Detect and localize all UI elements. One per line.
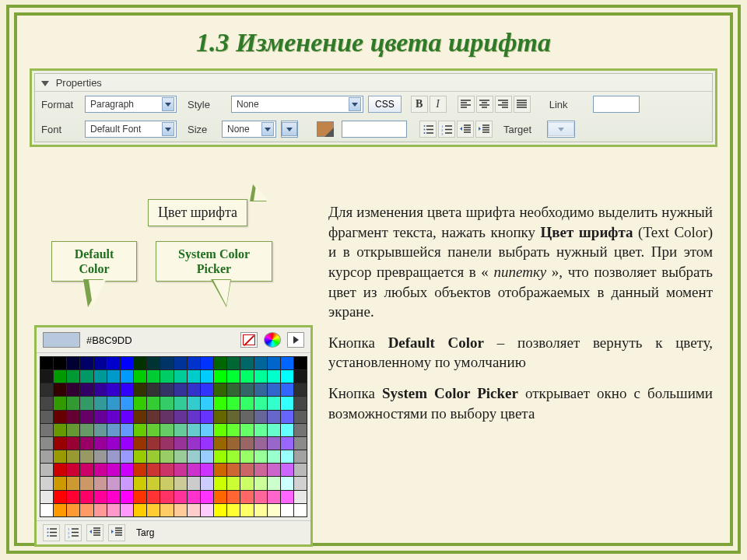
- color-swatch[interactable]: [160, 504, 173, 516]
- color-swatch[interactable]: [40, 464, 53, 476]
- style-combo[interactable]: None: [231, 96, 363, 113]
- color-swatch[interactable]: [94, 424, 107, 436]
- color-swatch[interactable]: [94, 464, 107, 476]
- color-swatch[interactable]: [294, 424, 307, 436]
- system-color-picker-button[interactable]: [264, 332, 281, 348]
- color-swatch[interactable]: [174, 437, 187, 450]
- color-swatch[interactable]: [147, 437, 160, 450]
- color-swatch[interactable]: [254, 383, 267, 396]
- color-swatch[interactable]: [201, 411, 213, 423]
- color-swatch[interactable]: [214, 450, 226, 463]
- color-swatch[interactable]: [67, 491, 79, 503]
- color-swatch[interactable]: [67, 397, 79, 409]
- css-button[interactable]: CSS: [368, 96, 402, 113]
- color-swatch[interactable]: [268, 411, 280, 423]
- color-swatch[interactable]: [201, 437, 213, 450]
- color-swatch[interactable]: [54, 383, 66, 396]
- color-swatch[interactable]: [268, 450, 280, 463]
- color-swatch[interactable]: [67, 504, 79, 516]
- color-swatch[interactable]: [107, 504, 120, 516]
- color-swatch[interactable]: [201, 504, 213, 516]
- color-swatch[interactable]: [240, 357, 253, 369]
- color-swatch[interactable]: [40, 411, 53, 423]
- format-combo[interactable]: Paragraph: [85, 96, 177, 113]
- color-swatch[interactable]: [160, 450, 173, 463]
- color-swatch[interactable]: [268, 464, 280, 476]
- color-swatch[interactable]: [268, 491, 280, 503]
- color-swatch[interactable]: [188, 383, 200, 396]
- color-swatch[interactable]: [240, 464, 253, 476]
- color-swatch[interactable]: [188, 370, 200, 383]
- color-swatch[interactable]: [160, 437, 173, 450]
- color-swatch[interactable]: [54, 424, 66, 436]
- color-swatch[interactable]: [67, 370, 79, 383]
- list-ol-button[interactable]: 123: [438, 121, 455, 138]
- list-ul-button[interactable]: [419, 121, 437, 138]
- color-swatch[interactable]: [54, 477, 66, 489]
- color-swatch[interactable]: [254, 397, 267, 409]
- color-swatch[interactable]: [201, 491, 213, 503]
- color-swatch[interactable]: [294, 357, 307, 369]
- color-swatch[interactable]: [147, 383, 160, 396]
- color-swatch[interactable]: [227, 491, 240, 503]
- color-swatch[interactable]: [80, 424, 93, 436]
- color-swatch[interactable]: [107, 464, 120, 476]
- align-right-button[interactable]: [495, 96, 512, 113]
- color-swatch[interactable]: [188, 491, 200, 503]
- color-swatch[interactable]: [294, 437, 307, 450]
- picker-menu-button[interactable]: [287, 332, 304, 348]
- color-swatch[interactable]: [294, 397, 307, 409]
- color-swatch[interactable]: [281, 370, 293, 383]
- color-swatch[interactable]: [214, 491, 226, 503]
- color-swatch[interactable]: [281, 424, 293, 436]
- color-swatch[interactable]: [107, 411, 120, 423]
- color-swatch[interactable]: [134, 357, 146, 369]
- color-swatch[interactable]: [294, 370, 307, 383]
- color-swatch[interactable]: [227, 370, 240, 383]
- color-swatch[interactable]: [188, 424, 200, 436]
- color-swatch[interactable]: [54, 397, 66, 409]
- color-swatch[interactable]: [294, 464, 307, 476]
- color-swatch[interactable]: [240, 424, 253, 436]
- color-swatch[interactable]: [254, 464, 267, 476]
- color-swatch[interactable]: [134, 464, 146, 476]
- color-swatch[interactable]: [160, 464, 173, 476]
- default-color-button[interactable]: [240, 332, 258, 348]
- color-swatch[interactable]: [121, 477, 133, 489]
- color-swatch[interactable]: [94, 491, 107, 503]
- color-swatch[interactable]: [147, 370, 160, 383]
- color-swatch[interactable]: [134, 491, 146, 503]
- color-swatch[interactable]: [80, 464, 93, 476]
- color-swatch[interactable]: [294, 383, 307, 396]
- color-swatch[interactable]: [121, 464, 133, 476]
- color-swatch[interactable]: [80, 370, 93, 383]
- color-swatch[interactable]: [134, 424, 146, 436]
- color-swatch[interactable]: [240, 491, 253, 503]
- color-swatch[interactable]: [134, 397, 146, 409]
- color-swatch[interactable]: [254, 477, 267, 489]
- color-swatch[interactable]: [147, 491, 160, 503]
- color-swatch[interactable]: [147, 450, 160, 463]
- color-swatch[interactable]: [281, 450, 293, 463]
- color-swatch[interactable]: [94, 411, 107, 423]
- color-swatch[interactable]: [240, 450, 253, 463]
- color-swatch[interactable]: [80, 437, 93, 450]
- align-left-button[interactable]: [458, 96, 475, 113]
- color-swatch[interactable]: [188, 357, 200, 369]
- color-swatch[interactable]: [201, 397, 213, 409]
- color-swatch[interactable]: [147, 477, 160, 489]
- color-swatch[interactable]: [268, 437, 280, 450]
- color-swatch[interactable]: [160, 491, 173, 503]
- color-swatch[interactable]: [174, 411, 187, 423]
- color-swatch[interactable]: [54, 370, 66, 383]
- color-swatch[interactable]: [107, 477, 120, 489]
- color-swatch[interactable]: [67, 411, 79, 423]
- color-swatch[interactable]: [227, 504, 240, 516]
- color-swatch[interactable]: [94, 397, 107, 409]
- color-swatch[interactable]: [268, 424, 280, 436]
- color-swatch[interactable]: [107, 491, 120, 503]
- link-input[interactable]: [593, 96, 640, 113]
- color-swatch[interactable]: [240, 370, 253, 383]
- color-swatch[interactable]: [121, 450, 133, 463]
- color-swatch[interactable]: [174, 504, 187, 516]
